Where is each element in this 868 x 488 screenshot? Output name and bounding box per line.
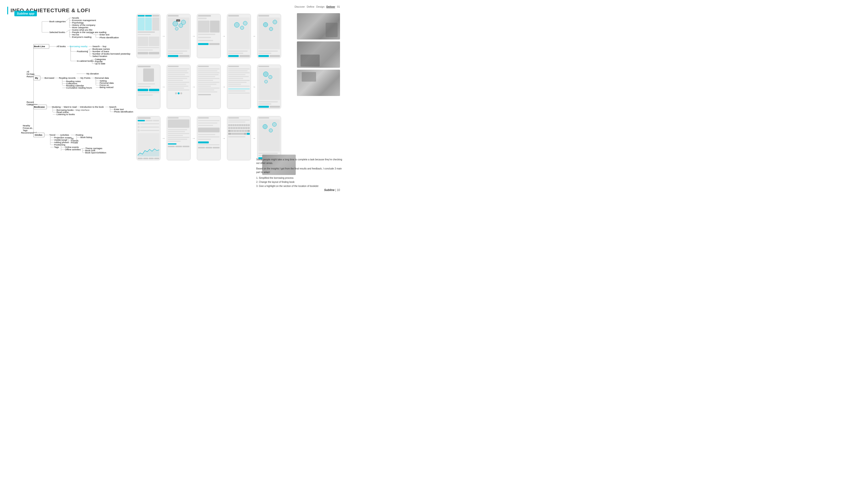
insights-p2: Based on the insights I got from the fin…: [256, 167, 345, 174]
photo-1: [297, 13, 340, 39]
nav-design: Design: [316, 5, 324, 8]
header: Discover Define Design Deliver 01: [294, 5, 340, 8]
nav-deliver: Deliver: [327, 5, 335, 8]
buy-tab: buy: [103, 45, 106, 47]
personal-data-tab: Personal data: [95, 76, 109, 79]
offline-activities: Offline activities: [65, 148, 81, 151]
all-books-tab: All books: [57, 45, 66, 47]
my-points-tab: My Points: [81, 76, 91, 79]
listening-books: Listening to books: [57, 113, 75, 116]
arrow-r3-2: →: [192, 136, 195, 140]
arrow-r2-2: →: [192, 85, 195, 89]
insights-area: Some people might take a long time to co…: [256, 158, 345, 188]
map-interface: Map interface: [76, 109, 90, 111]
arrow-r3-4: →: [252, 136, 256, 140]
phone-r2-2: [167, 65, 191, 109]
arrow-r3-1: →: [162, 136, 165, 140]
nav-define: Define: [307, 5, 314, 8]
intro-book-tab: Introduction to the book: [80, 105, 104, 108]
want-to-read-tab: Want to read: [64, 105, 76, 108]
borrowing-nearby-tab: Borrowing nearby: [70, 45, 88, 47]
phone-r3-3: [197, 116, 221, 160]
phone-r3-5: [257, 116, 281, 160]
bookcase-node: Bookcase: [34, 105, 45, 108]
footer-separator: |: [335, 188, 336, 192]
ia-tree-svg: Book categories Novels Economic manageme…: [5, 14, 139, 182]
enter-text-1: Enter text: [100, 33, 110, 36]
arrow-r3-3: →: [222, 136, 225, 140]
everyones-reading: Everyone's reading: [72, 36, 91, 38]
svg-line-13: [65, 30, 69, 33]
photos-column: [297, 13, 340, 96]
phone-r3-2: [167, 116, 191, 160]
search-tab-book-line: Search: [92, 45, 100, 47]
insights-p1: Some people might take a long time to co…: [256, 158, 345, 165]
insights-item-2: 2. Change the layout of finding book: [256, 180, 345, 184]
book-listing: Book listing: [81, 136, 92, 138]
footer-brand: Subline: [324, 188, 334, 192]
arrow-r2-1: →: [162, 85, 165, 89]
footer: Subline | 10: [324, 188, 340, 192]
title-accent-bar: [7, 7, 8, 14]
arrow-r2-4: →: [252, 85, 256, 89]
arrow-3: →: [222, 34, 225, 38]
selected-books-label: Selected books: [49, 31, 65, 33]
phone-r3-4: [227, 116, 251, 160]
being-noticed: Being noticed: [100, 86, 114, 89]
studying-tab: Studying: [52, 105, 61, 108]
page-number: 01: [337, 5, 340, 8]
phone-row-1: → 1.5 →: [136, 14, 281, 58]
arrow-2: →: [192, 34, 195, 38]
phone-r3-1: [136, 116, 160, 160]
phone-row-3: → →: [136, 116, 281, 160]
book-line-node: Book Line: [34, 45, 45, 47]
phone-r2-5: [257, 65, 281, 109]
reading-records-tab: Reading records: [59, 76, 76, 79]
insights-item-1: 1. Simplified the borrowing process: [256, 176, 345, 180]
phone-5: [257, 14, 281, 58]
nav-discover: Discover: [294, 5, 305, 8]
private-vis: Private: [71, 141, 78, 144]
borrowed-tab: Borrowed: [44, 76, 54, 79]
arrow-1: →: [162, 34, 165, 38]
phone-row-2: → →: [136, 65, 281, 109]
photo-id-1: Photo identification: [100, 36, 119, 39]
circles-node: Circles: [35, 134, 42, 136]
select-location: Select location: [92, 55, 107, 58]
phone-r2-4: [227, 65, 251, 109]
phone-r2-3: [197, 65, 221, 109]
photo-2: [297, 41, 340, 68]
phone-4: [227, 14, 251, 58]
up-to-date-sub: Up to date: [95, 62, 105, 65]
phone-2: 1.5: [167, 14, 191, 58]
phone-1: [136, 14, 160, 58]
insights-item-3: 3. Give a highlight on the section of th…: [256, 184, 345, 188]
cumulative-hours: Cumulative reading hours: [66, 87, 92, 89]
my-node: My: [35, 76, 38, 79]
footer-page: 10: [337, 188, 340, 192]
phone-3: [197, 14, 221, 58]
photo-id-2: Photo identification: [114, 110, 133, 113]
book-spot: Book Spot Exhibition: [85, 151, 106, 154]
activities-tab: Activities: [60, 134, 69, 136]
photo-3: [297, 70, 340, 96]
tags-c2: Tags: [54, 146, 59, 149]
phone-r2-1: [136, 65, 160, 109]
arrow-r2-3: →: [222, 85, 225, 89]
arrow-4: →: [252, 34, 256, 38]
book-categories-label: Book categories: [49, 20, 66, 23]
my-donation: My donation: [87, 72, 99, 75]
